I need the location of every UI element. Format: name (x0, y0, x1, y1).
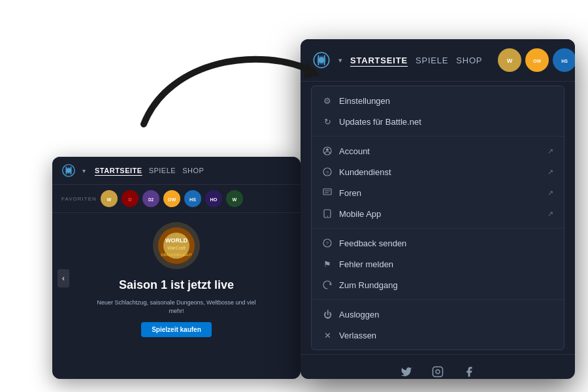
menu-label-fehler: Fehler melden (339, 259, 553, 269)
back-hero-btn[interactable]: Spielzeit kaufen (141, 322, 212, 337)
nav-shop-back[interactable]: SHOP (182, 167, 204, 174)
nav-startseite-front[interactable]: STARTSEITE (350, 56, 408, 65)
svg-rect-42 (433, 367, 443, 377)
carousel-left-btn[interactable]: ‹ (57, 269, 69, 287)
svg-rect-35 (323, 189, 331, 195)
mobile-icon (322, 208, 333, 219)
menu-item-updates[interactable]: ↻ Updates für Battle.net (312, 111, 564, 132)
menu-item-mobile[interactable]: Mobile App ↗ (312, 203, 564, 224)
feedback-icon: ? (322, 238, 333, 248)
svg-text:WarCraft: WarCraft (167, 246, 186, 250)
svg-text:W: W (106, 197, 111, 203)
svg-text:HS: HS (189, 197, 196, 203)
back-card: ▾ STARTSEITE SPIELE SHOP FAVORITEN W D D… (52, 157, 301, 379)
menu-label-einstellungen: Einstellungen (339, 96, 553, 106)
game-icon-ow[interactable]: OW (163, 190, 180, 207)
mobile-ext-icon: ↗ (547, 210, 553, 218)
menu-label-mobile: Mobile App (339, 209, 541, 219)
svg-point-1 (66, 168, 71, 172)
svg-point-39 (327, 216, 328, 217)
kundendienst-icon: ? (322, 167, 333, 177)
menu-label-ausloggen: Ausloggen (339, 310, 553, 319)
twitter-icon[interactable] (397, 363, 416, 379)
front-game-ow[interactable]: OW (525, 48, 549, 72)
nav-chevron-front: ▾ (338, 56, 342, 65)
game-icon-hs[interactable]: HS (184, 190, 201, 207)
svg-point-24 (318, 57, 324, 63)
menu-item-account[interactable]: Account ↗ (312, 140, 564, 161)
back-nav: ▾ STARTSEITE SPIELE SHOP (52, 157, 301, 185)
nav-spiele-back[interactable]: SPIELE (149, 167, 176, 174)
menu-section-account: Account ↗ ? Kundendienst ↗ Foren ↗ (312, 136, 564, 228)
front-game-wow[interactable]: W (498, 48, 521, 72)
menu-section-settings: ⚙ Einstellungen ↻ Updates für Battle.net (312, 86, 564, 136)
svg-text:D: D (128, 197, 131, 203)
fehler-icon: ⚑ (322, 259, 333, 269)
svg-text:W: W (507, 57, 513, 64)
back-hero-title: Saison 1 ist jetzt live (119, 278, 234, 292)
menu-label-rundgang: Zum Rundgang (339, 280, 553, 290)
nav-startseite-back[interactable]: STARTSEITE (95, 167, 142, 174)
menu-item-fehler[interactable]: ⚑ Fehler melden (312, 253, 564, 274)
svg-point-32 (326, 148, 329, 151)
menu-label-account: Account (339, 146, 541, 156)
menu-item-foren[interactable]: Foren ↗ (312, 182, 564, 203)
menu-label-updates: Updates für Battle.net (339, 117, 553, 127)
svg-text:OW: OW (533, 59, 541, 63)
front-nav: ▾ STARTSEITE SPIELE SHOP W OW HS (301, 39, 575, 82)
nav-chevron-back: ▾ (82, 167, 86, 174)
svg-text:?: ? (326, 241, 329, 246)
menu-item-einstellungen[interactable]: ⚙ Einstellungen (312, 90, 564, 111)
menu-item-kundendienst[interactable]: ? Kundendienst ↗ (312, 161, 564, 182)
dropdown-menu: ⚙ Einstellungen ↻ Updates für Battle.net… (311, 86, 564, 350)
social-row (301, 354, 575, 379)
svg-text:DRAGONFLIGHT: DRAGONFLIGHT (161, 253, 192, 257)
foren-icon (322, 188, 333, 198)
game-icon-w2[interactable]: W (226, 190, 243, 207)
svg-text:?: ? (326, 170, 329, 176)
wow-logo: WORLD WarCraft DRAGONFLIGHT (150, 220, 203, 272)
favorites-bar-back: FAVORITEN W D D2 OW HS HO W (52, 185, 301, 213)
svg-text:WORLD: WORLD (165, 237, 188, 244)
front-card: ▾ STARTSEITE SPIELE SHOP W OW HS ⚙ Einst… (301, 39, 575, 379)
battle-logo-front (312, 51, 331, 69)
menu-item-verlassen[interactable]: ✕ Verlassen (312, 325, 564, 346)
facebook-icon[interactable] (460, 363, 478, 379)
battle-logo-small (61, 163, 76, 178)
nav-spiele-front[interactable]: SPIELE (416, 56, 448, 65)
svg-text:HS: HS (561, 59, 568, 63)
back-hero: ‹ WORLD WarCraft DRAGONFLIGHT Saison 1 i… (52, 213, 301, 344)
menu-label-kundendienst: Kundendienst (339, 167, 541, 177)
menu-label-verlassen: Verlassen (339, 331, 553, 340)
nav-shop-front[interactable]: SHOP (456, 56, 482, 65)
ausloggen-icon: ⏻ (322, 309, 333, 319)
svg-text:OW: OW (168, 197, 176, 203)
menu-item-feedback[interactable]: ? Feedback senden (312, 233, 564, 253)
rundgang-icon (322, 280, 333, 290)
game-icon-d2[interactable]: D2 (142, 190, 159, 207)
game-icon-hots[interactable]: HO (205, 190, 222, 207)
menu-item-ausloggen[interactable]: ⏻ Ausloggen (312, 304, 564, 325)
game-icon-d[interactable]: D (122, 190, 139, 207)
game-icon-wow[interactable]: W (101, 190, 118, 207)
menu-section-feedback: ? Feedback senden ⚑ Fehler melden Zum Ru… (312, 228, 564, 299)
menu-label-foren: Foren (339, 188, 541, 198)
account-ext-icon: ↗ (547, 147, 553, 155)
menu-section-logout: ⏻ Ausloggen ✕ Verlassen (312, 299, 564, 350)
front-game-hs[interactable]: HS (553, 48, 575, 72)
svg-text:W: W (232, 197, 237, 203)
svg-text:HO: HO (210, 197, 217, 203)
kundendienst-ext-icon: ↗ (547, 168, 553, 176)
svg-text:D2: D2 (148, 197, 154, 202)
verlassen-icon: ✕ (322, 330, 333, 340)
settings-icon: ⚙ (322, 95, 333, 106)
instagram-icon[interactable] (429, 363, 447, 379)
favorites-label-back: FAVORITEN (61, 196, 97, 202)
foren-ext-icon: ↗ (547, 189, 553, 197)
menu-item-rundgang[interactable]: Zum Rundgang (312, 274, 564, 295)
account-icon (322, 146, 333, 156)
menu-label-feedback: Feedback senden (339, 238, 553, 248)
back-hero-subtitle: Neuer Schlachtzug, saisonale Dungeons, W… (95, 299, 258, 315)
updates-icon: ↻ (322, 116, 333, 127)
